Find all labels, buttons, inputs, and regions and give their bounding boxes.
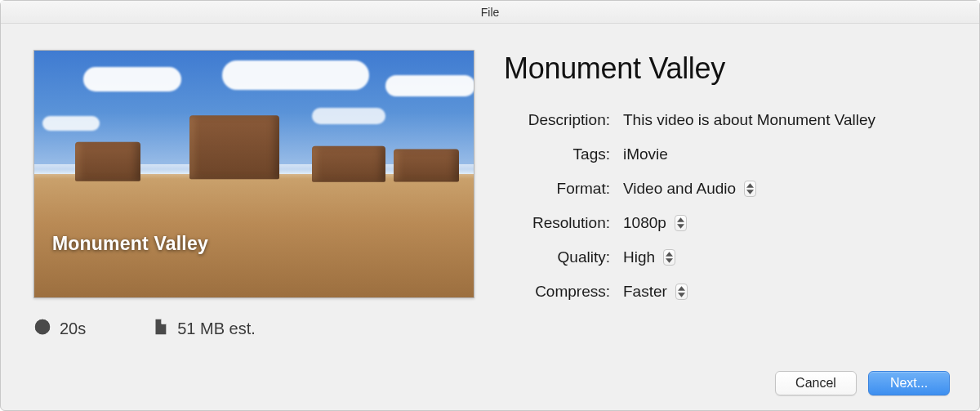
format-value: Video and Audio xyxy=(623,180,736,198)
format-label: Format: xyxy=(504,180,618,198)
duration-value: 20s xyxy=(60,319,86,338)
format-stepper[interactable] xyxy=(744,181,756,197)
movie-title: Monument Valley xyxy=(504,51,947,86)
preview-column: Monument Valley 20s 51 MB est. xyxy=(33,50,474,346)
chevron-up-icon xyxy=(677,217,684,222)
next-button[interactable]: Next... xyxy=(868,371,950,395)
quality-value: High xyxy=(623,248,655,266)
chevron-down-icon xyxy=(677,224,684,229)
form-column: Monument Valley Description: Tags: Forma… xyxy=(504,50,947,346)
compress-stepper[interactable] xyxy=(675,284,688,300)
chevron-down-icon xyxy=(678,293,685,297)
chevron-up-icon xyxy=(666,252,673,257)
resolution-value: 1080p xyxy=(623,214,666,232)
compress-label: Compress: xyxy=(504,283,618,301)
video-thumbnail[interactable]: Monument Valley xyxy=(33,50,474,298)
resolution-label: Resolution: xyxy=(504,214,618,232)
dialog-content: Monument Valley 20s 51 MB est. Monu xyxy=(1,24,979,363)
window-titlebar: File xyxy=(1,1,979,24)
button-row: Cancel Next... xyxy=(1,363,979,410)
chevron-down-icon xyxy=(666,258,673,263)
meta-row: 20s 51 MB est. xyxy=(33,318,474,340)
chevron-down-icon xyxy=(746,190,754,194)
clock-icon xyxy=(33,318,51,340)
tags-label: Tags: xyxy=(504,145,618,163)
description-label: Description: xyxy=(504,111,618,129)
filesize-value: 51 MB est. xyxy=(177,319,256,338)
quality-stepper[interactable] xyxy=(663,249,675,266)
thumbnail-caption: Monument Valley xyxy=(52,233,208,255)
quality-label: Quality: xyxy=(504,248,618,266)
window-title: File xyxy=(481,6,500,19)
description-input[interactable] xyxy=(623,111,933,129)
resolution-stepper[interactable] xyxy=(675,215,687,231)
chevron-up-icon xyxy=(746,183,754,188)
compress-value: Faster xyxy=(623,283,667,301)
export-file-dialog: File Monument Valley 20s xyxy=(0,0,980,411)
file-icon xyxy=(151,318,169,340)
chevron-up-icon xyxy=(678,286,685,291)
cancel-button[interactable]: Cancel xyxy=(775,371,857,395)
tags-input[interactable] xyxy=(623,145,933,163)
